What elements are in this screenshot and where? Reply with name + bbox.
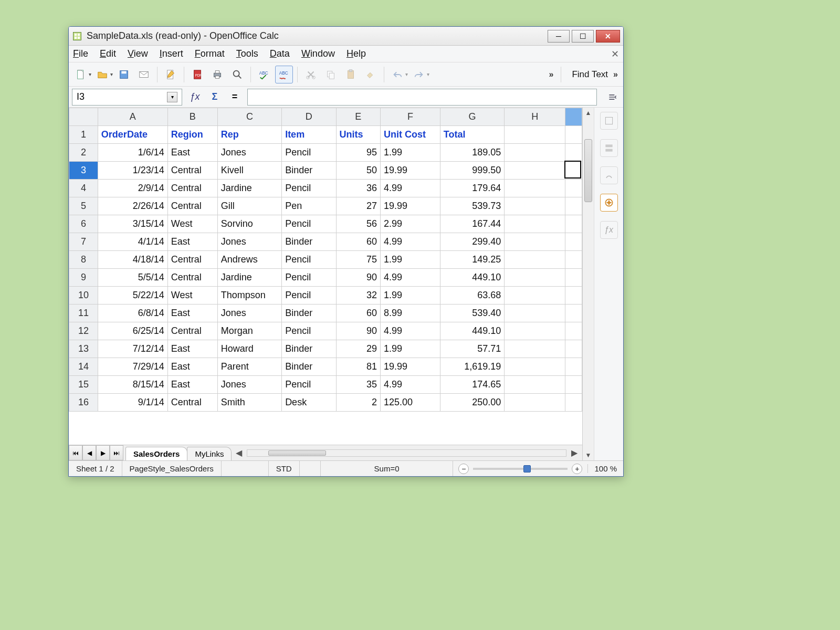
cell[interactable] bbox=[505, 287, 565, 304]
cell[interactable]: 1.99 bbox=[380, 251, 440, 269]
menu-format[interactable]: Format bbox=[195, 48, 225, 59]
spellcheck-button[interactable]: ABC bbox=[255, 66, 273, 83]
cell[interactable]: 56 bbox=[336, 215, 380, 233]
cell[interactable]: 9/1/14 bbox=[98, 394, 167, 412]
cell[interactable]: 1/6/14 bbox=[98, 144, 167, 162]
cell[interactable]: OrderDate bbox=[98, 126, 167, 144]
cell[interactable]: 90 bbox=[336, 269, 380, 287]
zoom-slider-thumb[interactable] bbox=[523, 465, 531, 472]
grid[interactable]: A B C D E F G H 1OrderDateRegionRepItemU… bbox=[69, 108, 582, 445]
cell[interactable]: 149.25 bbox=[440, 251, 504, 269]
cell[interactable]: 1.99 bbox=[380, 340, 440, 358]
tab-nav-first[interactable]: ⏮ bbox=[69, 445, 82, 460]
cell[interactable]: Central bbox=[167, 322, 217, 340]
vscroll-thumb[interactable] bbox=[584, 139, 592, 202]
vertical-scrollbar[interactable]: ▲ ▼ bbox=[582, 108, 594, 460]
row-header[interactable]: 10 bbox=[69, 287, 98, 304]
cell[interactable]: Parent bbox=[217, 358, 281, 376]
format-paintbrush-button[interactable] bbox=[362, 66, 380, 83]
cell[interactable] bbox=[565, 251, 582, 269]
cell[interactable]: West bbox=[167, 287, 217, 304]
cell[interactable]: Thompson bbox=[217, 287, 281, 304]
menu-insert[interactable]: Insert bbox=[160, 48, 183, 59]
col-header[interactable]: A bbox=[98, 108, 167, 126]
vscroll-track[interactable] bbox=[583, 118, 594, 450]
tab-nav-prev[interactable]: ◀ bbox=[82, 445, 96, 460]
menu-edit[interactable]: Edit bbox=[100, 48, 116, 59]
close-document-button[interactable]: ✕ bbox=[611, 48, 619, 60]
col-header-partial[interactable] bbox=[565, 108, 582, 126]
zoom-out-button[interactable]: − bbox=[458, 464, 469, 474]
cell[interactable] bbox=[505, 304, 565, 322]
auto-spellcheck-button[interactable]: ABC bbox=[275, 66, 293, 83]
sheet-tab[interactable]: MyLinks bbox=[187, 447, 232, 460]
hscroll-left[interactable]: ◀ bbox=[234, 448, 244, 458]
cell[interactable]: 167.44 bbox=[440, 215, 504, 233]
cell[interactable]: 50 bbox=[336, 162, 380, 180]
row-header[interactable]: 9 bbox=[69, 269, 98, 287]
cell[interactable]: 6/8/14 bbox=[98, 304, 167, 322]
cell[interactable]: Pencil bbox=[282, 144, 336, 162]
row-header[interactable]: 16 bbox=[69, 394, 98, 412]
cell[interactable]: 2/26/14 bbox=[98, 197, 167, 215]
cell[interactable]: Pen bbox=[282, 197, 336, 215]
cell[interactable]: 81 bbox=[336, 358, 380, 376]
cell[interactable]: 999.50 bbox=[440, 162, 504, 180]
col-header[interactable]: F bbox=[380, 108, 440, 126]
toolbar-overflow-2[interactable]: » bbox=[611, 70, 620, 79]
status-sum[interactable]: Sum=0 bbox=[321, 461, 454, 476]
cell[interactable]: Binder bbox=[282, 162, 336, 180]
function-equals-button[interactable]: = bbox=[227, 90, 242, 104]
cell[interactable]: Pencil bbox=[282, 287, 336, 304]
sidebar-gallery-icon[interactable] bbox=[600, 166, 618, 184]
cell[interactable]: East bbox=[167, 376, 217, 394]
cut-button[interactable] bbox=[302, 66, 320, 83]
cell[interactable]: 8/15/14 bbox=[98, 376, 167, 394]
cell[interactable] bbox=[565, 340, 582, 358]
cell[interactable]: Rep bbox=[217, 126, 281, 144]
col-header[interactable]: H bbox=[505, 108, 565, 126]
edit-file-button[interactable] bbox=[162, 66, 180, 83]
cell[interactable]: Pencil bbox=[282, 251, 336, 269]
cell[interactable]: 179.64 bbox=[440, 180, 504, 197]
cell[interactable]: East bbox=[167, 340, 217, 358]
cell[interactable] bbox=[505, 233, 565, 251]
cell[interactable]: Sorvino bbox=[217, 215, 281, 233]
email-button[interactable] bbox=[135, 66, 153, 83]
sidebar-functions-icon[interactable]: ƒx bbox=[600, 221, 618, 239]
cell[interactable]: Central bbox=[167, 162, 217, 180]
cell[interactable]: 57.71 bbox=[440, 340, 504, 358]
minimize-button[interactable]: ─ bbox=[548, 30, 570, 43]
cell[interactable] bbox=[505, 126, 565, 144]
cell[interactable]: 36 bbox=[336, 180, 380, 197]
cell[interactable]: East bbox=[167, 304, 217, 322]
cell[interactable]: 1,619.19 bbox=[440, 358, 504, 376]
cell[interactable]: 449.10 bbox=[440, 322, 504, 340]
cell[interactable]: 4/1/14 bbox=[98, 233, 167, 251]
sidebar-styles-icon[interactable] bbox=[600, 139, 618, 157]
redo-dropdown[interactable]: ▾ bbox=[427, 71, 429, 77]
redo-button[interactable] bbox=[410, 66, 428, 83]
hscroll-track[interactable] bbox=[247, 449, 566, 457]
cell[interactable]: Andrews bbox=[217, 251, 281, 269]
cell[interactable]: Unit Cost bbox=[380, 126, 440, 144]
menu-tools[interactable]: Tools bbox=[236, 48, 258, 59]
col-header[interactable]: D bbox=[282, 108, 336, 126]
cell[interactable]: 2 bbox=[336, 394, 380, 412]
hscroll-thumb[interactable] bbox=[268, 450, 326, 456]
cell[interactable]: East bbox=[167, 233, 217, 251]
cell[interactable]: Jones bbox=[217, 376, 281, 394]
cell[interactable]: 4.99 bbox=[380, 180, 440, 197]
cell[interactable]: 95 bbox=[336, 144, 380, 162]
cell[interactable]: 5/5/14 bbox=[98, 269, 167, 287]
cell[interactable]: 2/9/14 bbox=[98, 180, 167, 197]
cell[interactable]: East bbox=[167, 144, 217, 162]
cell[interactable]: Central bbox=[167, 197, 217, 215]
row-header[interactable]: 3 bbox=[69, 162, 98, 180]
cell[interactable]: Gill bbox=[217, 197, 281, 215]
col-header[interactable]: G bbox=[440, 108, 504, 126]
cell[interactable]: 8.99 bbox=[380, 304, 440, 322]
cell[interactable]: 60 bbox=[336, 304, 380, 322]
cell[interactable]: 35 bbox=[336, 376, 380, 394]
col-header[interactable]: B bbox=[167, 108, 217, 126]
